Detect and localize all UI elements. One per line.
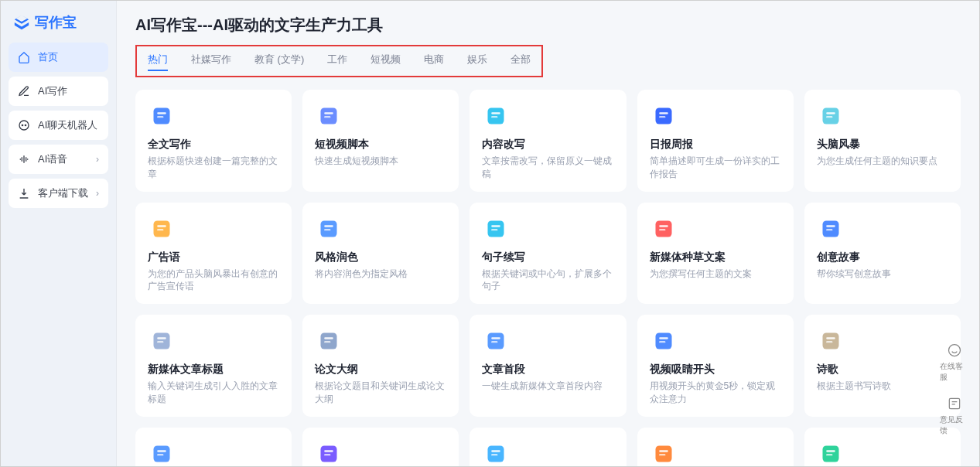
- nav-list: 首页AI写作AI聊天机器人AI语音›客户端下载›: [9, 43, 108, 208]
- card-title: 风格润色: [315, 251, 446, 264]
- float-btn-label: 在线客服: [940, 361, 969, 383]
- tool-card-4[interactable]: 头脑风暴为您生成任何主题的知识要点: [804, 90, 961, 192]
- sidebar-item-1[interactable]: AI写作: [9, 77, 108, 106]
- tool-card-11[interactable]: 论文大纲根据论文题目和关键词生成论文大纲: [302, 315, 459, 417]
- svg-point-2: [25, 124, 26, 125]
- tool-card-2[interactable]: 内容改写文章按需改写，保留原义一键成稿: [470, 90, 626, 192]
- tab-3[interactable]: 工作: [327, 53, 347, 71]
- tool-card-3[interactable]: 日报周报简单描述即可生成一份详实的工作报告: [637, 90, 794, 192]
- tool-card-6[interactable]: 风格润色将内容润色为指定风格: [302, 203, 459, 305]
- sidebar-item-label: 客户端下载: [38, 186, 88, 200]
- card-title: 论文大纲: [315, 363, 446, 377]
- sidebar-item-4[interactable]: 客户端下载›: [9, 179, 108, 208]
- tool-card-16[interactable]: 短视频脚本大纲生成VLOG、口播稿等短视频的拍摄大纲: [302, 428, 459, 466]
- firstpara-icon: [482, 327, 510, 355]
- naming-icon: [817, 440, 845, 466]
- brand-text: 写作宝: [35, 13, 77, 32]
- tab-2[interactable]: 教育 (文学): [254, 53, 304, 71]
- brain-icon: [817, 102, 845, 130]
- svg-rect-7: [324, 112, 333, 114]
- tool-card-9[interactable]: 创意故事帮你续写创意故事: [804, 203, 961, 305]
- svg-rect-53: [324, 454, 330, 455]
- card-desc: 一键生成新媒体文章首段内容: [482, 380, 613, 393]
- tool-card-1[interactable]: 短视频脚本快速生成短视频脚本: [302, 90, 459, 192]
- edit-icon: [18, 85, 30, 97]
- brand: 写作宝: [9, 10, 108, 43]
- card-desc: 将内容润色为指定风格: [315, 268, 446, 281]
- download-icon: [18, 187, 30, 199]
- svg-rect-17: [826, 116, 832, 118]
- tab-5[interactable]: 电商: [424, 53, 444, 71]
- brand-logo-icon: [13, 14, 30, 31]
- tool-card-12[interactable]: 文章首段一键生成新媒体文章首段内容: [470, 315, 626, 417]
- svg-rect-41: [492, 341, 498, 343]
- svg-rect-8: [324, 116, 330, 118]
- continue-icon: [482, 215, 510, 243]
- card-title: 创意故事: [817, 251, 948, 264]
- home-icon: [18, 51, 30, 63]
- video-icon: [315, 102, 343, 130]
- card-desc: 根据主题书写诗歌: [817, 380, 948, 393]
- tool-card-19[interactable]: 取名神器一键生成人名、公司名称: [804, 428, 961, 466]
- svg-rect-38: [324, 341, 330, 343]
- svg-rect-4: [157, 112, 166, 114]
- chevron-right-icon: ›: [96, 188, 99, 199]
- svg-rect-10: [492, 112, 501, 114]
- tool-card-8[interactable]: 新媒体种草文案为您撰写任何主题的文案: [637, 203, 794, 305]
- inspire-icon: [650, 440, 678, 466]
- svg-rect-64: [949, 398, 959, 408]
- feedback-icon: [946, 395, 963, 412]
- sidebar-item-label: 首页: [38, 50, 58, 64]
- svg-rect-16: [826, 112, 835, 114]
- card-title: 视频吸睛开头: [650, 363, 781, 377]
- tab-7[interactable]: 全部: [510, 53, 531, 71]
- svg-rect-29: [659, 229, 665, 230]
- svg-rect-61: [826, 450, 835, 452]
- tool-card-14[interactable]: 诗歌根据主题书写诗歌: [804, 315, 961, 417]
- tool-card-0[interactable]: 全文写作根据标题快速创建一篇完整的文章: [135, 90, 292, 192]
- tool-card-13[interactable]: 视频吸睛开头用视频开头的黄金5秒，锁定观众注意力: [637, 315, 794, 417]
- float-btn-label: 意见反馈: [940, 414, 969, 436]
- card-title: 头脑风暴: [817, 138, 948, 152]
- float-btn-1[interactable]: 意见反馈: [940, 395, 969, 436]
- card-desc: 根据标题快速创建一篇完整的文章: [148, 155, 279, 181]
- polish-icon: [315, 215, 343, 243]
- tab-4[interactable]: 短视频: [370, 53, 401, 71]
- card-desc: 为您生成任何主题的知识要点: [817, 155, 948, 168]
- card-desc: 根据论文题目和关键词生成论文大纲: [315, 380, 446, 406]
- poem-icon: [817, 327, 845, 355]
- svg-rect-32: [826, 229, 832, 230]
- tool-card-18[interactable]: 视频内容灵感想热点拍视频？让AI写作宝来提供灵感: [637, 428, 794, 466]
- card-title: 诗歌: [817, 363, 948, 377]
- card-desc: 帮你续写创意故事: [817, 268, 948, 281]
- card-desc: 快速生成短视频脚本: [315, 155, 446, 168]
- card-desc: 用视频开头的黄金5秒，锁定观众注意力: [650, 380, 781, 406]
- sidebar-item-3[interactable]: AI语音›: [9, 145, 108, 174]
- tool-card-15[interactable]: 论文摘要根据论文题目和关键词生成论文摘要: [135, 428, 292, 466]
- tab-1[interactable]: 社媒写作: [191, 53, 231, 71]
- tab-0[interactable]: 热门: [148, 53, 168, 71]
- hook-icon: [650, 327, 678, 355]
- chat-icon: [18, 119, 30, 131]
- tool-card-5[interactable]: 广告语为您的产品头脑风暴出有创意的广告宣传语: [135, 203, 292, 305]
- title-icon: [148, 327, 176, 355]
- tool-card-10[interactable]: 新媒体文章标题输入关键词生成引人入胜的文章标题: [135, 315, 292, 417]
- svg-rect-26: [492, 229, 498, 230]
- page-title: AI写作宝---AI驱动的文字生产力工具: [135, 15, 961, 36]
- smile-icon: [946, 342, 963, 359]
- card-title: 新媒体文章标题: [148, 363, 279, 377]
- card-desc: 简单描述即可生成一份详实的工作报告: [650, 155, 781, 181]
- sidebar-item-0[interactable]: 首页: [9, 43, 108, 72]
- svg-rect-49: [157, 450, 166, 452]
- card-title: 内容改写: [482, 138, 613, 152]
- float-btn-0[interactable]: 在线客服: [940, 342, 969, 383]
- svg-point-63: [949, 345, 961, 356]
- tab-6[interactable]: 娱乐: [467, 53, 487, 71]
- tool-card-7[interactable]: 句子续写根据关键词或中心句，扩展多个句子: [470, 203, 626, 305]
- seed-icon: [650, 215, 678, 243]
- sidebar-item-2[interactable]: AI聊天机器人: [9, 111, 108, 140]
- scriptoutline-icon: [315, 440, 343, 466]
- svg-rect-43: [659, 338, 668, 339]
- card-title: 广告语: [148, 251, 279, 264]
- tool-card-17[interactable]: 人物塑造为你故事中的角色塑造一个丰满的人物形象: [470, 428, 626, 466]
